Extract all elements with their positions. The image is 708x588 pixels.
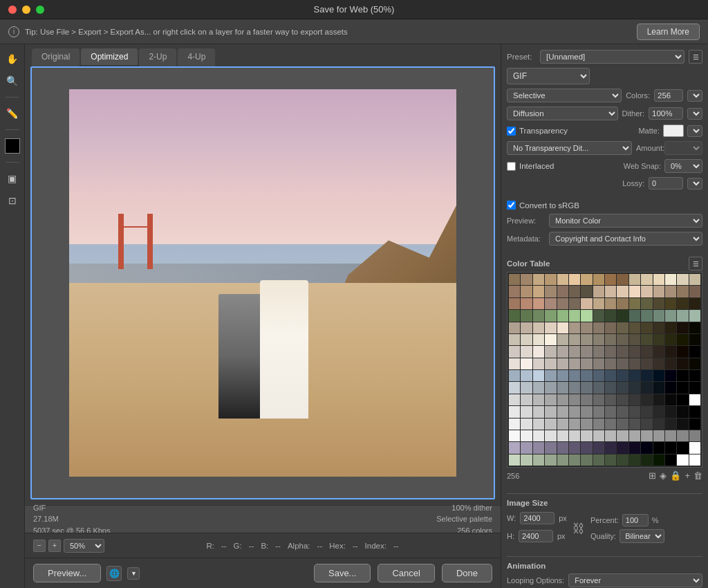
color-cell[interactable] bbox=[653, 419, 664, 430]
color-cell[interactable] bbox=[521, 406, 532, 417]
zoom-in-button[interactable]: + bbox=[48, 540, 61, 552]
color-cell[interactable] bbox=[557, 346, 568, 357]
color-cell[interactable] bbox=[545, 334, 556, 345]
color-cell[interactable] bbox=[593, 322, 604, 333]
color-cell[interactable] bbox=[641, 370, 652, 381]
color-cell[interactable] bbox=[533, 310, 544, 321]
color-cell[interactable] bbox=[581, 406, 592, 417]
color-cell[interactable] bbox=[533, 334, 544, 345]
quality-select[interactable]: Bilinear bbox=[620, 529, 664, 543]
color-cell[interactable] bbox=[665, 419, 676, 430]
color-cell[interactable] bbox=[653, 346, 664, 357]
color-cell[interactable] bbox=[509, 322, 520, 333]
color-cell[interactable] bbox=[593, 394, 604, 405]
color-cell[interactable] bbox=[665, 454, 676, 466]
color-cell[interactable] bbox=[689, 442, 700, 453]
color-cell[interactable] bbox=[629, 310, 640, 321]
color-cell[interactable] bbox=[533, 419, 544, 430]
color-cell[interactable] bbox=[665, 442, 676, 453]
color-cell[interactable] bbox=[545, 310, 556, 321]
color-cell[interactable] bbox=[581, 310, 592, 321]
color-cell[interactable] bbox=[557, 419, 568, 430]
slice-select-tool[interactable]: ⊡ bbox=[3, 192, 21, 210]
color-cell[interactable] bbox=[665, 322, 676, 333]
color-cell[interactable] bbox=[533, 370, 544, 381]
color-cell[interactable] bbox=[629, 442, 640, 453]
color-cell[interactable] bbox=[581, 454, 592, 466]
color-cell[interactable] bbox=[641, 358, 652, 369]
foreground-color[interactable] bbox=[5, 138, 20, 154]
preview-settings-select[interactable]: Monitor Color bbox=[549, 214, 702, 228]
color-cell[interactable] bbox=[617, 322, 628, 333]
color-cell[interactable] bbox=[629, 358, 640, 369]
color-cell[interactable] bbox=[641, 286, 652, 297]
learn-more-button[interactable]: Learn More bbox=[637, 24, 700, 40]
color-cell[interactable] bbox=[545, 454, 556, 466]
preset-select[interactable]: [Unnamed] bbox=[540, 50, 684, 64]
color-cell[interactable] bbox=[509, 394, 520, 405]
color-cell[interactable] bbox=[581, 442, 592, 453]
color-cell[interactable] bbox=[533, 322, 544, 333]
lossy-dropdown[interactable]: ▼ bbox=[687, 178, 702, 190]
color-cell[interactable] bbox=[677, 334, 688, 345]
color-cell[interactable] bbox=[569, 454, 580, 466]
color-cell[interactable] bbox=[605, 274, 616, 285]
color-cell[interactable] bbox=[617, 370, 628, 381]
color-cell[interactable] bbox=[545, 286, 556, 297]
close-button[interactable] bbox=[8, 6, 17, 14]
color-cell[interactable] bbox=[557, 274, 568, 285]
remap-icon[interactable]: ⊞ bbox=[649, 470, 656, 481]
color-cell[interactable] bbox=[557, 406, 568, 417]
color-cell[interactable] bbox=[653, 394, 664, 405]
color-cell[interactable] bbox=[521, 358, 532, 369]
dither-input[interactable] bbox=[649, 107, 683, 120]
delete-icon[interactable]: 🗑 bbox=[693, 470, 702, 481]
color-cell[interactable] bbox=[677, 286, 688, 297]
color-cell[interactable] bbox=[545, 274, 556, 285]
tab-2up[interactable]: 2-Up bbox=[139, 48, 176, 66]
color-cell[interactable] bbox=[557, 358, 568, 369]
color-cell[interactable] bbox=[689, 406, 700, 417]
color-cell[interactable] bbox=[581, 430, 592, 441]
color-cell[interactable] bbox=[653, 334, 664, 345]
color-cell[interactable] bbox=[557, 442, 568, 453]
color-cell[interactable] bbox=[521, 370, 532, 381]
color-cell[interactable] bbox=[677, 454, 688, 466]
color-cell[interactable] bbox=[653, 442, 664, 453]
color-cell[interactable] bbox=[605, 286, 616, 297]
interlaced-checkbox-label[interactable]: Interlaced bbox=[507, 162, 555, 171]
color-cell[interactable] bbox=[641, 334, 652, 345]
color-cell[interactable] bbox=[653, 274, 664, 285]
color-cell[interactable] bbox=[653, 322, 664, 333]
slice-tool[interactable]: ▣ bbox=[3, 169, 21, 187]
color-cell[interactable] bbox=[605, 358, 616, 369]
color-cell[interactable] bbox=[641, 442, 652, 453]
color-cell[interactable] bbox=[569, 274, 580, 285]
convert-srgb-checkbox[interactable] bbox=[507, 201, 516, 210]
color-cell[interactable] bbox=[653, 310, 664, 321]
color-cell[interactable] bbox=[533, 274, 544, 285]
color-cell[interactable] bbox=[629, 454, 640, 466]
color-cell[interactable] bbox=[545, 370, 556, 381]
color-cell[interactable] bbox=[629, 406, 640, 417]
color-cell[interactable] bbox=[521, 274, 532, 285]
color-cell[interactable] bbox=[557, 310, 568, 321]
color-cell[interactable] bbox=[677, 346, 688, 357]
color-cell[interactable] bbox=[653, 454, 664, 466]
color-cell[interactable] bbox=[509, 419, 520, 430]
color-cell[interactable] bbox=[641, 322, 652, 333]
color-cell[interactable] bbox=[533, 298, 544, 309]
color-cell[interactable] bbox=[665, 406, 676, 417]
color-cell[interactable] bbox=[521, 394, 532, 405]
color-cell[interactable] bbox=[593, 442, 604, 453]
color-cell[interactable] bbox=[545, 358, 556, 369]
color-cell[interactable] bbox=[665, 286, 676, 297]
color-cell[interactable] bbox=[593, 430, 604, 441]
color-cell[interactable] bbox=[689, 334, 700, 345]
tab-optimized[interactable]: Optimized bbox=[81, 48, 138, 66]
color-cell[interactable] bbox=[689, 358, 700, 369]
color-cell[interactable] bbox=[641, 454, 652, 466]
color-cell[interactable] bbox=[593, 274, 604, 285]
color-cell[interactable] bbox=[581, 382, 592, 393]
zoom-out-button[interactable]: − bbox=[33, 540, 46, 552]
